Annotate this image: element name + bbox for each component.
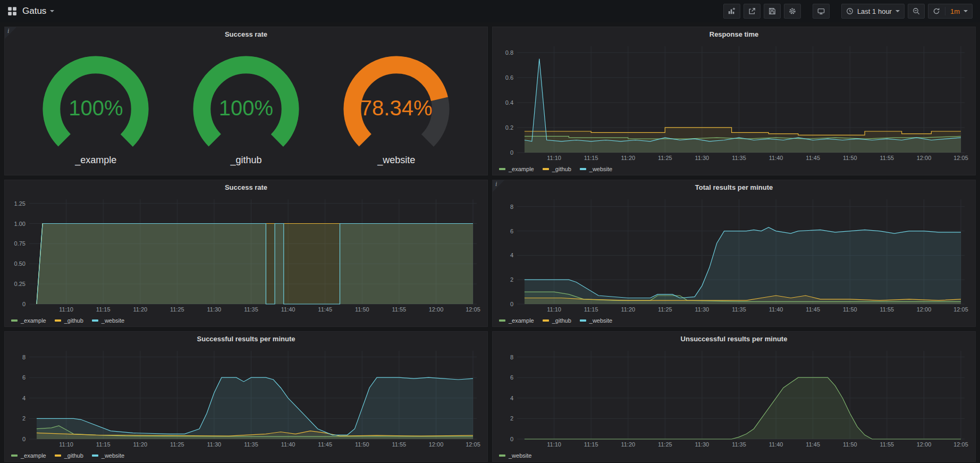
svg-text:0: 0 [510,436,513,442]
svg-text:12:00: 12:00 [917,306,932,313]
svg-text:6: 6 [510,374,513,381]
chevron-down-icon [964,10,968,12]
svg-text:11:20: 11:20 [133,306,147,313]
svg-text:12:00: 12:00 [917,441,932,448]
panel-response-time: Response time 00.20.40.60.811:1011:1511:… [492,27,976,175]
svg-text:11:30: 11:30 [695,441,709,448]
svg-text:11:15: 11:15 [584,306,598,313]
svg-text:0.25: 0.25 [14,281,26,287]
dashboard-title-dropdown[interactable]: Gatus [22,6,54,16]
legend-item-_example[interactable]: _example [11,452,46,459]
legend-item-_github[interactable]: _github [543,166,571,172]
svg-text:11:10: 11:10 [547,441,561,448]
legend-swatch-icon [11,454,18,457]
svg-text:11:20: 11:20 [621,306,635,313]
legend-item-_example[interactable]: _example [499,317,534,324]
legend-item-_website[interactable]: _website [92,452,124,459]
legend-item-_github[interactable]: _github [543,317,571,324]
svg-text:0: 0 [22,301,26,307]
svg-text:11:40: 11:40 [769,441,783,448]
legend-swatch-icon [55,319,61,322]
chart-area[interactable]: 00.20.40.60.811:1011:1511:2011:2511:3011… [495,41,973,163]
svg-text:8: 8 [510,354,513,360]
svg-text:11:10: 11:10 [59,441,73,448]
legend-item-_website[interactable]: _website [499,452,531,459]
zoom-out-time-button[interactable] [908,4,925,19]
legend-swatch-icon [543,168,549,170]
svg-text:11:30: 11:30 [207,306,222,313]
panel-title[interactable]: Response time [493,27,975,41]
dashboard-settings-button[interactable] [784,4,801,19]
svg-text:6: 6 [510,228,513,234]
chart-legend: _example_github_website [493,315,975,326]
refresh-button-group[interactable]: 1m [928,4,973,19]
legend-item-_github[interactable]: _github [55,452,83,459]
svg-text:11:15: 11:15 [96,441,111,448]
panel-info-icon[interactable]: i [5,27,16,39]
chart-legend: _example_github_website [5,315,487,326]
svg-text:0.75: 0.75 [14,240,26,247]
svg-text:4: 4 [510,252,513,258]
legend-swatch-icon [499,454,505,457]
panel-title[interactable]: Total results per minute [493,180,975,194]
time-range-picker[interactable]: Last 1 hour [841,4,905,19]
refresh-interval-label: 1m [950,7,960,15]
svg-text:1.25: 1.25 [14,200,26,207]
legend-series-name: _example [509,166,534,172]
svg-text:11:30: 11:30 [695,306,709,313]
legend-series-name: _website [102,452,124,459]
legend-swatch-icon [92,319,98,322]
panel-unsuccessful-results: Unsuccessful results per minute 0246811:… [492,331,976,462]
panel-title[interactable]: Success rate [5,27,487,41]
panel-title[interactable]: Success rate [5,180,487,194]
success-rate-chart[interactable]: 00.250.500.751.001.2511:1011:1511:2011:2… [7,194,485,315]
save-dashboard-button[interactable] [764,4,781,19]
zoom-out-icon [913,7,920,15]
share-dashboard-button[interactable] [744,4,761,19]
panel-title[interactable]: Successful results per minute [5,332,487,346]
successful-results-chart[interactable]: 0246811:1011:1511:2011:2511:3011:3511:40… [7,346,485,450]
svg-text:12:05: 12:05 [953,155,968,161]
svg-text:11:25: 11:25 [170,306,184,313]
legend-item-_website[interactable]: _website [92,317,124,324]
svg-text:2: 2 [510,276,513,283]
legend-item-_example[interactable]: _example [499,166,534,172]
add-panel-button[interactable] [723,4,740,19]
panel-title[interactable]: Unsuccessful results per minute [493,332,975,346]
svg-text:11:10: 11:10 [59,306,73,313]
svg-text:11:55: 11:55 [880,441,894,448]
tv-kiosk-mode-button[interactable] [813,4,830,19]
unsuccessful-results-chart[interactable]: 0246811:1011:1511:2011:2511:3011:3511:40… [495,346,973,450]
svg-text:11:10: 11:10 [547,155,561,161]
panel-info-icon[interactable]: i [493,180,504,192]
chart-area[interactable]: 0246811:1011:1511:2011:2511:3011:3511:40… [495,346,973,450]
legend-item-_website[interactable]: _website [580,166,612,172]
legend-series-name: _github [552,166,571,172]
legend-swatch-icon [580,168,586,170]
legend-swatch-icon [499,168,505,170]
total-results-chart[interactable]: 0246811:1011:1511:2011:2511:3011:3511:40… [495,194,973,315]
panel-success-rate-gauges: i Success rate 100% _example 100% _githu… [4,27,488,175]
legend-series-name: _website [509,452,531,459]
apps-grid-icon[interactable] [7,6,17,16]
svg-text:0.8: 0.8 [505,49,513,56]
monitor-icon [817,7,825,15]
gauge-label: _github [171,155,322,166]
svg-text:11:50: 11:50 [355,306,369,313]
chart-area[interactable]: 00.250.500.751.001.2511:1011:1511:2011:2… [7,194,485,315]
legend-item-_github[interactable]: _github [55,317,83,324]
svg-text:11:30: 11:30 [207,441,222,448]
legend-item-_website[interactable]: _website [580,317,612,324]
chart-legend: _example_github_website [5,450,487,461]
svg-text:12:00: 12:00 [429,441,444,448]
save-icon [768,7,776,15]
svg-text:12:00: 12:00 [429,306,444,313]
legend-swatch-icon [580,319,586,322]
response-time-chart[interactable]: 00.20.40.60.811:1011:1511:2011:2511:3011… [495,41,973,163]
gauge-value: 78.34% [321,96,471,120]
legend-item-_example[interactable]: _example [11,317,46,324]
chart-area[interactable]: 0246811:1011:1511:2011:2511:3011:3511:40… [495,194,973,315]
svg-text:1.00: 1.00 [14,221,26,227]
chevron-down-icon [895,10,900,12]
chart-area[interactable]: 0246811:1011:1511:2011:2511:3011:3511:40… [7,346,485,450]
